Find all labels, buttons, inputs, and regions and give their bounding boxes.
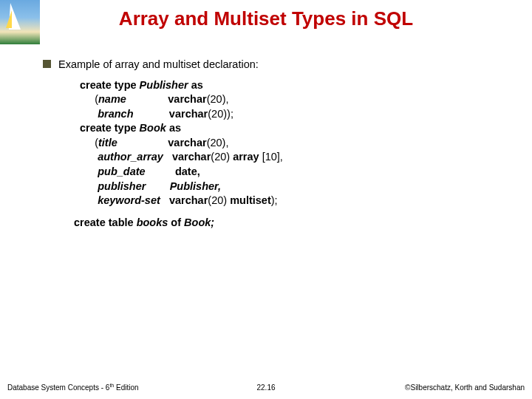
kw-as: as — [166, 122, 181, 134]
array-size-10: [10], — [259, 151, 283, 163]
close-paren: ); — [271, 194, 278, 206]
size-20-close: (20)); — [208, 108, 233, 120]
footer-right: ©Silberschatz, Korth and Sudarshan — [405, 383, 525, 392]
size-20: (20), — [207, 93, 229, 105]
code-line-4: create type Book as — [80, 121, 494, 136]
indent — [80, 194, 98, 206]
code-line-7: pub_date date, — [80, 165, 494, 180]
paren-open: ( — [80, 93, 98, 105]
typename-book-ref: Book — [184, 216, 211, 228]
size-20: (20) — [208, 194, 230, 206]
bullet-item: Example of array and multiset declaratio… — [43, 58, 494, 72]
slide: Array and Multiset Types in SQL Example … — [0, 0, 532, 399]
size-20: (20) — [211, 151, 233, 163]
field-keyword-set: keyword-set — [98, 194, 160, 206]
code-line-1: create type Publisher as — [80, 78, 494, 93]
code-line-2: (name varchar(20), — [80, 92, 494, 107]
typename-book: Book — [140, 122, 166, 134]
indent — [80, 151, 98, 163]
tablename-books: books — [137, 216, 168, 228]
field-title: title — [98, 137, 117, 149]
kw-as: as — [188, 79, 203, 91]
paren-open: ( — [80, 137, 98, 149]
typename-publisher: Publisher — [140, 79, 188, 91]
type-publisher: Publisher, — [146, 180, 221, 192]
code-line-9: keyword-set varchar(20) multiset); — [80, 194, 494, 208]
size-20: (20), — [207, 137, 229, 149]
field-pub-date: pub_date — [98, 166, 145, 177]
field-name: name — [98, 93, 126, 105]
indent — [80, 180, 98, 192]
type-varchar: varchar — [126, 93, 207, 105]
kw-create-table: create table — [74, 216, 137, 228]
code-block: create type Publisher as (name varchar(2… — [80, 78, 494, 208]
kw-create-type: create type — [80, 122, 140, 134]
field-author-array: author_array — [98, 151, 163, 163]
create-table-line: create table books of Book; — [74, 216, 494, 231]
kw-multiset: multiset — [230, 194, 271, 206]
code-line-6: author_array varchar(20) array [10], — [80, 150, 494, 165]
field-branch: branch — [98, 108, 133, 120]
bullet-text: Example of array and multiset declaratio… — [58, 58, 259, 72]
code-line-3: branch varchar(20)); — [80, 107, 494, 122]
semicolon: ; — [211, 216, 214, 228]
type-varchar: varchar — [117, 137, 207, 149]
field-publisher: publisher — [98, 180, 146, 192]
code-line-5: (title varchar(20), — [80, 136, 494, 151]
indent — [80, 108, 98, 120]
bullet-square-icon — [43, 60, 51, 68]
type-varchar: varchar — [134, 108, 208, 120]
slide-title: Array and Multiset Types in SQL — [0, 7, 532, 30]
type-varchar: varchar — [160, 194, 208, 206]
code-line-8: publisher Publisher, — [80, 180, 494, 194]
kw-of: of — [168, 216, 184, 228]
kw-array: array — [233, 151, 259, 163]
indent — [80, 166, 98, 177]
slide-body: Example of array and multiset declaratio… — [43, 58, 494, 230]
type-date: date, — [146, 166, 200, 177]
kw-create-type: create type — [80, 79, 140, 91]
type-varchar: varchar — [163, 151, 211, 163]
